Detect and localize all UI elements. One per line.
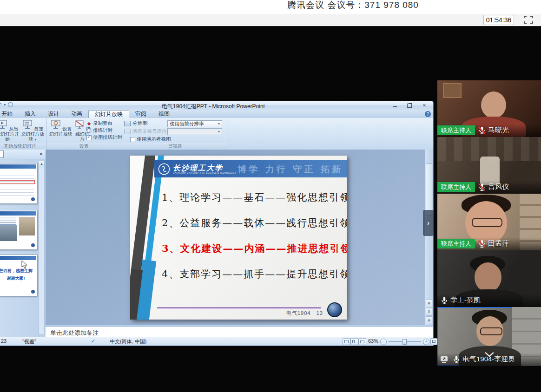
slideshow-view-button[interactable] xyxy=(358,338,366,345)
resolution-label: 分辨率: xyxy=(132,120,148,127)
dropdown-icon: ▾ xyxy=(35,138,37,141)
show-on-icon xyxy=(124,129,131,134)
thumb-logo-icon xyxy=(31,243,35,247)
thumb-logo-icon xyxy=(31,290,35,294)
normal-view-button[interactable] xyxy=(343,338,350,345)
slide-thumbnail-2[interactable] xyxy=(0,210,37,249)
scroll-up-icon[interactable]: ▲ xyxy=(39,161,44,167)
presenter-view-checkbox[interactable]: 使用演示者视图 xyxy=(130,136,171,143)
cohost-badge: 联席主持人 xyxy=(437,182,475,192)
spell-check-icon[interactable]: ✓ xyxy=(91,338,95,344)
resolution-dropdown[interactable]: 使用当前分辨率 ▾ xyxy=(167,120,222,127)
participant-name-bar: 学工-范凯 xyxy=(437,294,541,307)
language-status[interactable]: 中文(简体, 中国) xyxy=(110,338,146,345)
university-name-cn: 长沙理工大学 xyxy=(173,164,236,172)
thumb-text-line: 芒四射，感恩生辉 xyxy=(0,268,36,274)
participant-video-1[interactable]: 联席主持人 马晓光 xyxy=(437,80,541,137)
slide-line-4: 4、支部学习——抓手——提升思想引领 xyxy=(162,268,343,281)
group-monitors: 分辨率: 使用当前分辨率 ▾ 演示文稿显示位置: ▾ 使用演示者视图 监视器 xyxy=(122,118,229,150)
meeting-timer: 01:54:36 xyxy=(483,15,514,25)
slides-tab-icon[interactable] xyxy=(0,150,4,158)
restore-button[interactable] xyxy=(404,102,415,109)
tab-review[interactable]: 审阅 xyxy=(129,110,152,118)
mic-icon xyxy=(452,355,461,364)
panel-scrollbar[interactable]: ▲ xyxy=(39,161,45,334)
rehearse-timings-button[interactable]: 排练计时 xyxy=(86,127,112,134)
participant-name: 学工-范凯 xyxy=(450,296,481,305)
slide-canvas[interactable]: 长沙理工大学 CHANGSHA UNIVERSITY OF SCIENCE & … xyxy=(130,156,347,320)
divider xyxy=(82,338,82,344)
rehearse-timings-label: 排练计时 xyxy=(93,127,112,134)
powerpoint-window: ↶ ▾ 电气1904汇报PPT - Microsoft PowerPoint ×… xyxy=(0,101,433,346)
show-on-dropdown: ▾ xyxy=(167,128,222,135)
notes-input[interactable]: 单击此处添加备注 xyxy=(46,325,433,337)
participant-name-bar: 联席主持人 田孟萍 xyxy=(437,237,541,250)
participant-name-bar: 联席主持人 马晓光 xyxy=(437,124,541,137)
thumb-title-bar xyxy=(0,164,36,169)
fit-to-window-button[interactable] xyxy=(430,338,437,345)
participant-name: 田孟萍 xyxy=(488,239,509,248)
meeting-title: 腾讯会议 会议号：371 978 080 xyxy=(287,0,419,11)
university-name: 长沙理工大学 CHANGSHA UNIVERSITY OF SCIENCE & … xyxy=(173,164,236,174)
previous-slide-button[interactable]: ⇈ xyxy=(426,308,432,316)
panel-close-button[interactable]: × xyxy=(39,150,43,157)
from-current-slide-button[interactable]: 从当前幻灯片开始 xyxy=(0,119,20,142)
mic-icon xyxy=(440,296,449,305)
theme-name: “视差” xyxy=(22,338,36,345)
minimize-button[interactable] xyxy=(389,102,400,109)
thumb-highlight-row xyxy=(0,180,35,184)
use-timings-label: 使用排练计时 xyxy=(93,134,122,141)
tab-home[interactable]: 开始 xyxy=(0,110,19,118)
participant-video-4[interactable]: 学工-范凯 xyxy=(437,250,541,307)
participant-video-3[interactable]: 联席主持人 田孟萍 xyxy=(437,194,541,250)
expand-panel-button[interactable]: › xyxy=(423,210,434,236)
custom-slideshow-button[interactable]: 自定义幻灯片放映 ▾ xyxy=(20,119,45,142)
zoom-slider-thumb[interactable] xyxy=(402,339,407,345)
tab-view[interactable]: 视图 xyxy=(152,110,176,118)
tab-design[interactable]: 设计 xyxy=(42,110,65,118)
group-start-slideshow: 从当前幻灯片开始 自定义幻灯片放映 ▾ 开始放映幻灯片 xyxy=(0,118,47,150)
mic-muted-icon xyxy=(478,240,486,248)
dropdown-arrow-icon: ▾ xyxy=(218,122,220,126)
setup-slideshow-button[interactable]: 设置幻灯片放映 xyxy=(49,119,73,137)
group-label: 设置 xyxy=(47,143,121,149)
use-timings-checkbox[interactable]: 使用排练计时 xyxy=(86,134,122,141)
slide-thumbnail-1[interactable] xyxy=(0,163,37,203)
scroll-down-icon[interactable]: ▼ xyxy=(426,300,432,307)
tab-animations[interactable]: 动画 xyxy=(65,110,88,118)
next-slide-button[interactable]: ⇊ xyxy=(426,316,432,324)
divider xyxy=(16,338,16,344)
participant-video-2[interactable]: 联席主持人 吕风仪 xyxy=(437,137,541,194)
slide-scrollbar[interactable]: ▼ ⇈ ⇊ xyxy=(425,150,433,325)
slide-sorter-view-button[interactable] xyxy=(350,338,358,345)
slide-logo-badge xyxy=(327,302,342,317)
show-on-label: 演示文稿显示位置: xyxy=(132,128,173,135)
resolution-value: 使用当前分辨率 xyxy=(170,121,204,127)
resolution-icon xyxy=(124,121,131,126)
zoom-out-button[interactable]: − xyxy=(380,339,387,345)
participant-name-bar: 电气1904-李迎奥 xyxy=(437,353,541,366)
record-narration-button[interactable]: 录制旁白 xyxy=(86,120,112,127)
slide-line-3: 3、文化建设——内涵——推进思想引领 xyxy=(162,242,343,255)
zoom-slider[interactable] xyxy=(389,341,421,342)
slide-header-banner: 长沙理工大学 CHANGSHA UNIVERSITY OF SCIENCE & … xyxy=(154,160,347,177)
hide-slide-icon xyxy=(74,119,85,130)
resolution-row: 分辨率: xyxy=(124,120,148,127)
slide-thumbnail-3[interactable]: 芒四射，感恩生辉 谢谢大家! xyxy=(0,255,37,296)
checkbox-unchecked-icon xyxy=(130,137,135,142)
slide-count: 23 xyxy=(1,338,7,344)
participant-video-5[interactable]: 电气1904-李迎奥 xyxy=(437,307,541,366)
tab-insert[interactable]: 插入 xyxy=(19,110,42,118)
fullscreen-button[interactable] xyxy=(523,15,534,24)
help-button[interactable]: ? xyxy=(425,111,431,117)
zoom-in-button[interactable]: + xyxy=(423,339,429,345)
meeting-toolbar xyxy=(0,14,541,27)
close-button[interactable]: × xyxy=(419,102,429,109)
fullscreen-icon xyxy=(523,15,534,24)
screen-sharing-icon xyxy=(440,356,449,363)
mic-muted-icon xyxy=(478,126,486,135)
slide-page-number: 13 xyxy=(317,310,323,316)
scrollbar-thumb[interactable] xyxy=(426,163,432,216)
record-narration-icon xyxy=(86,121,92,126)
tab-slideshow[interactable]: 幻灯片放映 xyxy=(88,110,129,118)
